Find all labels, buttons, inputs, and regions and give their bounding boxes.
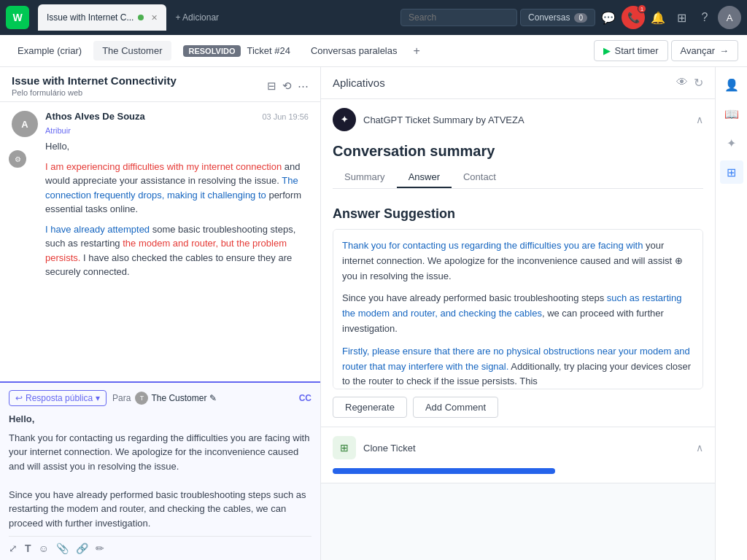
message-item: A ⚙ Athos Alves De Souza 03 Jun 19:56 At…	[12, 111, 309, 285]
format-link-icon[interactable]: 🔗	[76, 542, 88, 554]
call-button[interactable]: 📞 1	[622, 6, 645, 29]
avatar: A	[12, 111, 38, 137]
reply-box: ↩ Resposta pública ▾ Para T The Customer…	[0, 381, 320, 560]
start-timer-button[interactable]: ▶ Start timer	[594, 40, 668, 61]
clone-title: Clone Ticket	[363, 443, 416, 454]
call-badge: 1	[638, 4, 646, 13]
resolved-badge: RESOLVIDO	[183, 45, 241, 57]
reply-recipient: T The Customer ✎	[135, 392, 217, 405]
reply-para-2: Since you have already performed basic t…	[9, 488, 311, 531]
nav-bar: Example (criar) The Customer RESOLVIDO T…	[0, 35, 747, 67]
add-comment-button[interactable]: Add Comment	[413, 397, 498, 418]
reply-para-1: Thank you for contacting us regarding th…	[9, 431, 311, 474]
nav-item-ticket[interactable]: RESOLVIDO Ticket #24	[174, 41, 299, 61]
conversations-button[interactable]: Conversas 0	[520, 9, 595, 26]
chatgpt-section: ✦ ChatGPT Ticket Summary by ATVEZA ∧ Con…	[321, 99, 715, 427]
answer-para-1: Thank you for contacting us regarding th…	[342, 238, 694, 284]
nav-item-example[interactable]: Example (criar)	[9, 41, 90, 61]
reply-format-bar: ⤢ T ☺ 📎 🔗 ✏	[9, 536, 311, 554]
conversations-badge: 0	[574, 13, 587, 23]
conversation-summary-title: Conversation summary	[333, 143, 703, 160]
sidebar-user-icon[interactable]: 👤	[720, 73, 743, 96]
history-icon[interactable]: ⟲	[282, 79, 292, 93]
grid-icon[interactable]: ⊞	[671, 7, 692, 28]
right-content: ✦ ChatGPT Ticket Summary by ATVEZA ∧ Con…	[321, 99, 715, 560]
tab-summary[interactable]: Summary	[333, 167, 397, 188]
ticket-title: Issue with Internet Connectivity	[12, 74, 177, 87]
clone-action-area	[321, 468, 715, 483]
message-body: Hello, I am experiencing difficulties wi…	[45, 139, 309, 279]
avancar-button[interactable]: Avançar →	[671, 40, 738, 61]
add-tab-nav-icon[interactable]: +	[409, 42, 425, 61]
answer-section: Answer Suggestion Thank you for contacti…	[321, 198, 715, 427]
sidebar-book-icon[interactable]: 📖	[720, 102, 743, 125]
nav-item-customer[interactable]: The Customer	[93, 41, 171, 61]
tab-answer[interactable]: Answer	[397, 167, 452, 188]
app-logo: W	[6, 6, 29, 29]
nav-item-parallel[interactable]: Conversas paralelas	[302, 41, 406, 61]
reply-to-row: Para T The Customer ✎	[112, 392, 217, 405]
clone-btn-partial[interactable]	[333, 468, 555, 474]
more-icon[interactable]: ⋯	[298, 79, 309, 93]
eye-icon[interactable]: 👁	[676, 76, 688, 90]
chat-icon[interactable]: 💬	[598, 7, 619, 28]
right-panel: Aplicativos 👁 ↻ ✦ ChatGPT Ticket Summary…	[321, 67, 715, 560]
chatgpt-section-header[interactable]: ✦ ChatGPT Ticket Summary by ATVEZA ∧	[321, 99, 715, 140]
bell-icon[interactable]: 🔔	[648, 7, 668, 28]
answer-actions: Regenerate Add Comment	[333, 397, 703, 418]
format-signature-icon[interactable]: ✏	[96, 542, 104, 554]
sidebar-grid-icon[interactable]: ⊞	[720, 160, 743, 184]
reply-arrow-icon: ↩	[15, 393, 23, 403]
search-input[interactable]	[400, 9, 517, 26]
tab-contact[interactable]: Contact	[452, 167, 508, 188]
format-text-icon[interactable]: T	[25, 542, 31, 554]
format-attach-icon[interactable]: 📎	[56, 542, 69, 554]
message-para-1: I am experiencing difficulties with my i…	[45, 160, 309, 217]
cc-button[interactable]: CC	[299, 393, 311, 403]
ticket-header: Issue with Internet Connectivity Pelo fo…	[0, 67, 320, 102]
greeting: Hello,	[45, 139, 309, 154]
conversation-summary-container: Conversation summary Summary Answer Cont…	[321, 140, 715, 198]
apps-header: Aplicativos 👁 ↻	[321, 67, 715, 99]
chatgpt-title: ChatGPT Ticket Summary by ATVEZA	[363, 114, 525, 125]
tab-dot	[138, 15, 144, 20]
format-emoji-icon[interactable]: ☺	[39, 542, 49, 554]
conversations-label: Conversas	[528, 12, 570, 23]
conversation-area: A ⚙ Athos Alves De Souza 03 Jun 19:56 At…	[0, 102, 320, 381]
message-time: 03 Jun 19:56	[262, 112, 309, 121]
chatgpt-collapse-icon[interactable]: ∧	[696, 114, 703, 125]
ticket-subtitle: Pelo formulário web	[12, 88, 177, 97]
help-icon[interactable]: ?	[694, 7, 715, 28]
assign-link[interactable]: Atribuir	[45, 126, 309, 135]
message-content: Athos Alves De Souza 03 Jun 19:56 Atribu…	[45, 111, 309, 285]
filter-icon[interactable]: ⊟	[267, 79, 276, 93]
reply-greeting: Hello,	[9, 412, 311, 427]
user-avatar[interactable]: A	[718, 6, 741, 29]
reply-type-selector[interactable]: ↩ Resposta pública ▾	[9, 390, 107, 406]
clone-icon: ⊞	[333, 436, 356, 459]
clone-collapse-icon[interactable]: ∧	[696, 442, 703, 454]
recipient-avatar: T	[135, 392, 148, 405]
refresh-icon[interactable]: ↻	[694, 76, 703, 90]
message-para-2: I have already attempted some basic trou…	[45, 222, 309, 279]
apps-header-icons: 👁 ↻	[676, 76, 703, 90]
tab-close-icon[interactable]: ✕	[151, 13, 158, 23]
left-panel: Issue with Internet Connectivity Pelo fo…	[0, 67, 321, 560]
top-bar: W Issue with Internet C... ✕ + Adicionar…	[0, 0, 747, 35]
arrow-right-icon: →	[719, 45, 729, 56]
regenerate-button[interactable]: Regenerate	[333, 397, 407, 418]
sub-avatar: ⚙	[9, 150, 26, 168]
sidebar-wand-icon[interactable]: ✦	[720, 131, 743, 155]
section-title-row: ✦ ChatGPT Ticket Summary by ATVEZA	[333, 108, 525, 131]
format-expand-icon[interactable]: ⤢	[9, 542, 18, 554]
tab-title: Issue with Internet C...	[47, 12, 133, 23]
answer-box: Thank you for contacting us regarding th…	[333, 229, 703, 389]
edit-recipient-icon[interactable]: ✎	[209, 393, 217, 403]
clone-section-header[interactable]: ⊞ Clone Ticket ∧	[321, 427, 715, 468]
message-header: Athos Alves De Souza 03 Jun 19:56	[45, 111, 309, 122]
clone-section: ⊞ Clone Ticket ∧	[321, 427, 715, 483]
active-tab[interactable]: Issue with Internet C... ✕	[38, 4, 166, 31]
add-tab-button[interactable]: + Adicionar	[169, 8, 225, 27]
reply-content[interactable]: Hello, Thank you for contacting us regar…	[9, 412, 311, 530]
apps-title: Aplicativos	[333, 77, 385, 89]
